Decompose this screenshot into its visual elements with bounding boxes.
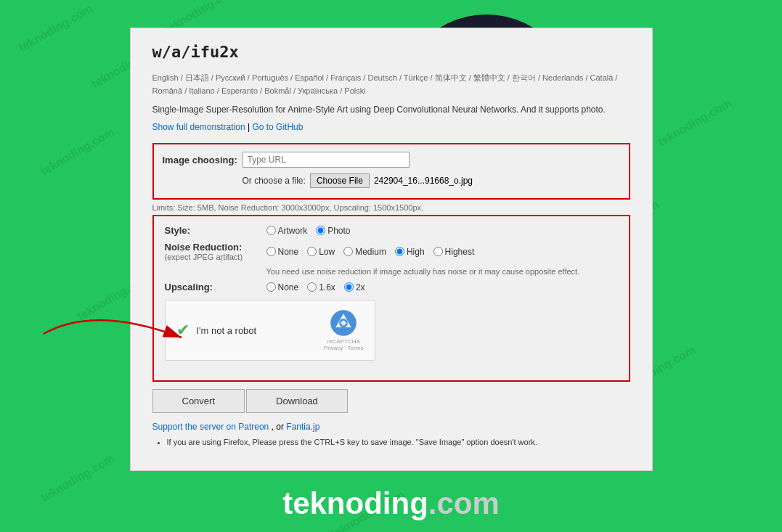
page-card: w/a/ifu2x English / 日本語 / Русский / Port… bbox=[130, 28, 653, 471]
image-choosing-section: Image choosing: Or choose a file: Choose… bbox=[152, 143, 630, 200]
brand-domain-text: .com bbox=[428, 486, 500, 520]
noise-high-option[interactable]: High bbox=[395, 247, 425, 257]
note-item: If you are using Firefox, Please press t… bbox=[167, 438, 630, 446]
fantia-link[interactable]: Fantia.jp bbox=[286, 422, 319, 432]
noise-row: Noise Reduction: (expect JPEG artifact) … bbox=[165, 242, 618, 261]
url-input[interactable] bbox=[243, 152, 410, 168]
noise-hint: You need use noise reduction if image ac… bbox=[266, 267, 618, 276]
style-radio-group: Artwork Photo bbox=[266, 226, 351, 236]
noise-high-radio[interactable] bbox=[395, 247, 404, 256]
style-artwork-radio[interactable] bbox=[266, 226, 276, 235]
image-choosing-label: Image choosing: bbox=[163, 155, 243, 165]
or-choose-label: Or choose a file: bbox=[243, 176, 306, 186]
choose-file-row: Or choose a file: Choose File 242904_16.… bbox=[243, 173, 620, 188]
notes-list: If you are using Firefox, Please press t… bbox=[152, 438, 630, 446]
upscaling-16x-radio[interactable] bbox=[307, 282, 317, 292]
bottom-brand: teknoding.com bbox=[282, 486, 500, 521]
demo-link[interactable]: Show full demonstration bbox=[152, 122, 245, 132]
noise-low-radio[interactable] bbox=[307, 247, 317, 256]
noise-medium-option[interactable]: Medium bbox=[343, 247, 386, 257]
noise-radio-group: None Low Medium High bbox=[266, 247, 475, 257]
upscaling-2x-option[interactable]: 2x bbox=[344, 282, 365, 292]
recaptcha-logo-icon bbox=[330, 309, 357, 337]
noise-highest-radio[interactable] bbox=[433, 247, 443, 256]
demo-links: Show full demonstration | Go to GitHub bbox=[152, 122, 630, 132]
noise-highest-option[interactable]: Highest bbox=[433, 247, 475, 257]
noise-label: Noise Reduction: (expect JPEG artifact) bbox=[165, 242, 266, 261]
recaptcha-right: reCAPTCHA Privacy · Terms bbox=[324, 309, 364, 351]
brand-bold-text: teknoding bbox=[282, 486, 428, 520]
url-row: Image choosing: bbox=[163, 152, 620, 168]
limits-text: Limits: Size: 5MB, Noise Reduction: 3000… bbox=[152, 203, 630, 212]
recaptcha-brand-text: reCAPTCHA Privacy · Terms bbox=[324, 338, 364, 351]
noise-low-option[interactable]: Low bbox=[307, 247, 335, 257]
download-button[interactable]: Download bbox=[246, 389, 348, 413]
style-photo-option[interactable]: Photo bbox=[316, 226, 350, 236]
style-row: Style: Artwork Photo bbox=[165, 225, 618, 236]
convert-button[interactable]: Convert bbox=[152, 389, 245, 413]
noise-none-option[interactable]: None bbox=[266, 247, 299, 257]
page-title: w/a/ifu2x bbox=[152, 43, 630, 61]
style-artwork-option[interactable]: Artwork bbox=[266, 226, 308, 236]
style-label: Style: bbox=[165, 225, 266, 236]
patreon-link[interactable]: Support the server on Patreon bbox=[152, 422, 269, 432]
language-links: English / 日本語 / Русский / Português / Es… bbox=[152, 72, 630, 97]
support-links: Support the server on Patreon , or Fanti… bbox=[152, 422, 630, 432]
noise-medium-radio[interactable] bbox=[343, 247, 353, 256]
github-link[interactable]: Go to GitHub bbox=[252, 122, 303, 132]
style-photo-radio[interactable] bbox=[316, 226, 325, 235]
main-card: w/a/ifu2x English / 日本語 / Русский / Port… bbox=[130, 28, 653, 471]
upscaling-2x-radio[interactable] bbox=[344, 282, 354, 292]
upscaling-16x-option[interactable]: 1.6x bbox=[307, 282, 335, 292]
choose-file-button[interactable]: Choose File bbox=[310, 173, 370, 188]
noise-none-radio[interactable] bbox=[266, 247, 276, 256]
selected-file-name: 242904_16...91668_o.jpg bbox=[374, 176, 473, 186]
action-buttons: Convert Download bbox=[152, 389, 630, 413]
app-description: Single-Image Super-Resolution for Anime-… bbox=[152, 103, 630, 116]
red-arrow-annotation bbox=[36, 290, 290, 377]
